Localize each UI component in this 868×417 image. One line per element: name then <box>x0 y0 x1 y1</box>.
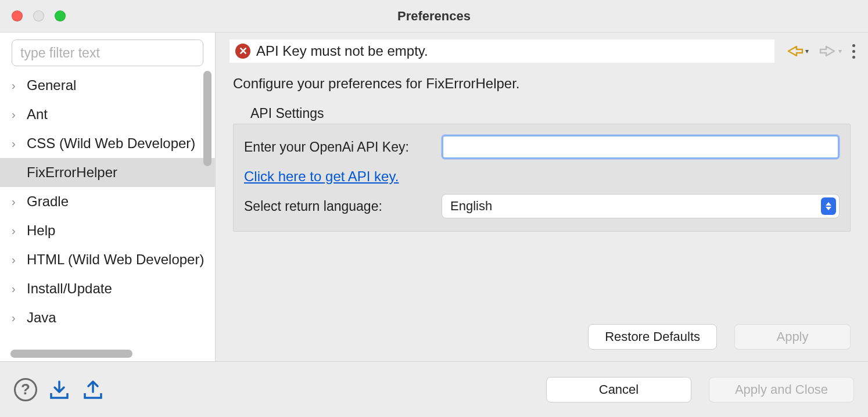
tree-item[interactable]: ›CSS (Wild Web Developer) <box>0 129 215 158</box>
chevron-right-icon: › <box>12 195 24 208</box>
preferences-tree[interactable]: ›General›Ant›CSS (Wild Web Developer)Fix… <box>0 71 215 348</box>
tree-item-label: Gradle <box>27 193 69 210</box>
fieldset-title: API Settings <box>233 106 851 121</box>
error-icon: ✕ <box>235 44 250 59</box>
language-label: Select return language: <box>244 199 430 214</box>
chevron-right-icon: › <box>12 282 24 296</box>
api-settings-fieldset: Enter your OpenAi API Key: Click here to… <box>233 124 851 232</box>
chevron-right-icon: › <box>12 253 24 267</box>
tree-item-label: Java <box>27 310 56 326</box>
horizontal-scrollbar[interactable] <box>10 350 205 358</box>
apply-and-close-button[interactable]: Apply and Close <box>709 377 854 402</box>
tree-item-label: Ant <box>27 106 48 123</box>
main-area: ›General›Ant›CSS (Wild Web Developer)Fix… <box>0 33 868 361</box>
tree-item[interactable]: ›HTML (Wild Web Developer) <box>0 245 215 274</box>
chevron-right-icon: › <box>12 311 24 325</box>
overflow-menu-button[interactable] <box>849 44 859 59</box>
get-api-key-link[interactable]: Click here to get API key. <box>244 168 399 185</box>
tree-item[interactable]: ›Gradle <box>0 187 215 216</box>
language-select-value: English <box>442 194 840 218</box>
tree-item[interactable]: FixErrorHelper <box>0 158 215 187</box>
nav-forward-button[interactable]: ▾ <box>819 44 842 58</box>
minimize-window-button[interactable] <box>33 10 44 21</box>
chevron-right-icon: › <box>12 79 24 92</box>
tree-item-label: General <box>27 77 76 94</box>
right-panel: ✕ API Key must not be empty. ▾ ▾ Configu… <box>215 33 868 361</box>
error-text: API Key must not be empty. <box>256 43 428 59</box>
chevron-right-icon: › <box>12 108 24 121</box>
vertical-scrollbar[interactable] <box>203 71 211 166</box>
sidebar: ›General›Ant›CSS (Wild Web Developer)Fix… <box>0 33 215 361</box>
tree-item[interactable]: ›Help <box>0 216 215 245</box>
api-key-label: Enter your OpenAi API Key: <box>244 139 430 155</box>
titlebar: Preferences <box>0 0 868 33</box>
panel-description: Configure your preferences for FixErrorH… <box>233 76 851 92</box>
tree-item[interactable]: ›Ant <box>0 100 215 129</box>
tree-item-label: FixErrorHelper <box>27 164 117 181</box>
import-icon[interactable] <box>48 379 71 400</box>
close-window-button[interactable] <box>12 10 23 21</box>
restore-defaults-button[interactable]: Restore Defaults <box>588 324 717 350</box>
tree-item-label: Install/Update <box>27 281 112 297</box>
apply-button[interactable]: Apply <box>734 324 851 350</box>
panel-body: Configure your preferences for FixErrorH… <box>216 70 868 361</box>
tree-item-label: HTML (Wild Web Developer) <box>27 251 204 268</box>
chevron-right-icon: › <box>12 224 24 238</box>
panel-header: ✕ API Key must not be empty. ▾ ▾ <box>216 33 868 70</box>
nav-back-button[interactable]: ▾ <box>786 44 809 58</box>
tree-item-label: CSS (Wild Web Developer) <box>27 135 195 152</box>
tree-item[interactable]: ›Install/Update <box>0 274 215 303</box>
zoom-window-button[interactable] <box>55 10 66 21</box>
tree-item-label: Help <box>27 222 55 239</box>
footer: ? Cancel Apply and Close <box>0 361 868 417</box>
window-title: Preferences <box>0 9 868 24</box>
api-key-input[interactable] <box>442 135 840 159</box>
cancel-button[interactable]: Cancel <box>546 377 691 402</box>
chevron-down-icon: ▾ <box>805 47 809 55</box>
tree-item[interactable]: ›Java <box>0 303 215 332</box>
language-select[interactable]: English <box>442 194 840 218</box>
traffic-lights <box>12 10 66 21</box>
updown-icon <box>821 197 836 215</box>
error-banner: ✕ API Key must not be empty. <box>229 39 774 63</box>
chevron-down-icon: ▾ <box>838 47 842 55</box>
filter-input[interactable] <box>12 39 203 66</box>
chevron-right-icon: › <box>12 137 24 150</box>
export-icon[interactable] <box>81 379 105 400</box>
tree-item[interactable]: ›General <box>0 71 215 100</box>
help-icon[interactable]: ? <box>14 378 37 401</box>
